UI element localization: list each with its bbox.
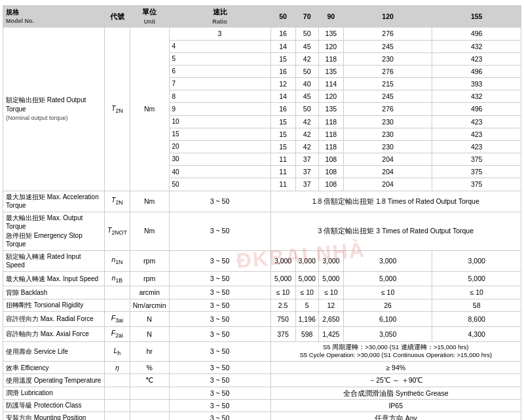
ratio-torsional: 3 ~ 50 [169, 299, 271, 311]
val-3-120: 276 [343, 28, 432, 40]
val-rad-70: 1,196 [295, 311, 318, 326]
val-rad-155: 8,600 [432, 311, 521, 326]
unit-nm3: Nm [130, 212, 169, 250]
table-row-max-output: 最大輸出扭矩 Max. Output Torque急停扭矩 Emergency … [3, 212, 521, 250]
val-tor-70: 5 [295, 299, 318, 311]
val-3-155: 496 [432, 28, 521, 40]
unit-n1: N [130, 311, 169, 326]
unit-rpm: rpm [130, 250, 169, 271]
label-lube: 潤滑 Lubrication [3, 387, 105, 399]
unit-nm: Nm [130, 28, 169, 191]
unit-nm-arcmin: Nm/arcmin [130, 299, 169, 311]
sym-lh: Lh [105, 341, 130, 362]
unit-rpm2: rpm [130, 271, 169, 286]
label-rated-input: 額定輸入轉速 Rated Input Speed [3, 250, 105, 271]
unit-pct: % [130, 362, 169, 374]
ratio-service: 3 ~ 50 [169, 341, 271, 362]
val-ax-155: 4,300 [432, 326, 521, 341]
ratio-temp: 3 ~ 50 [169, 374, 271, 387]
ratio-radial: 3 ~ 50 [169, 311, 271, 326]
label-axial: 容許軸向力 Max. Axial Force [3, 326, 105, 341]
unit-hr: hr [130, 341, 169, 362]
unit-lube [130, 387, 169, 399]
col-header-90: 90 [318, 6, 343, 28]
label-efficiency: 效率 Efficiency [3, 362, 105, 374]
ratio-prot: 3 ~ 50 [169, 399, 271, 411]
label-temp: 使用溫度 Operating Temperature [3, 374, 105, 387]
sym-backlash [105, 286, 130, 299]
val-ri-90: 3,000 [318, 250, 343, 271]
val-mi-90: 5,000 [318, 271, 343, 286]
val-tor-120: 26 [343, 299, 432, 311]
val-ax-70: 598 [295, 326, 318, 341]
unit-degc: ℃ [130, 374, 169, 387]
val-max-output: 3 倍額定輸出扭矩 3 Times of Rated Output Torque [271, 212, 521, 250]
ratio-rated-input: 3 ~ 50 [169, 250, 271, 271]
label-max-input: 最大輸入轉速 Max. Input Speed [3, 271, 105, 286]
sym-t2not: T2NOT [105, 212, 130, 250]
label-backlash: 背隙 Backlash [3, 286, 105, 299]
val-eff: ≥ 94% [271, 362, 521, 374]
unit-mount [130, 411, 169, 420]
col-header-70: 70 [295, 6, 318, 28]
val-bl-155: ≤ 10 [432, 286, 521, 299]
label-radial: 容許徑向力 Max. Radial Force [3, 311, 105, 326]
ratio-lube: 3 ~ 50 [169, 387, 271, 399]
val-mi-155: 5,000 [432, 271, 521, 286]
ratio-backlash: 3 ~ 50 [169, 286, 271, 299]
table-row-radial: 容許徑向力 Max. Radial Force F3ai N 3 ~ 50 75… [3, 311, 521, 326]
table-row-axial: 容許軸向力 Max. Axial Force F2ai N 3 ~ 50 375… [3, 326, 521, 341]
val-mi-50: 5,000 [271, 271, 295, 286]
table-row: 額定輸出扭矩 Rated Output Torque(Nominal outpu… [3, 28, 521, 40]
col-header-155: 155 [432, 6, 521, 28]
table-row-torsional: 扭轉剛性 Torsional Rigidity Nm/arcmin 3 ~ 50… [3, 299, 521, 311]
unit-prot [130, 399, 169, 411]
val-tor-90: 12 [318, 299, 343, 311]
unit-arcmin: arcmin [130, 286, 169, 299]
sym-lube [105, 387, 130, 399]
table-row-temp: 使用溫度 Operating Temperature ℃ 3 ~ 50 －25℃… [3, 374, 521, 387]
val-ri-50: 3,000 [271, 250, 295, 271]
val-temp: －25℃ ～ ＋90℃ [271, 374, 521, 387]
sym-prot [105, 399, 130, 411]
ratio-max-input: 3 ~ 50 [169, 271, 271, 286]
table-row-max-accel: 最大加速扭矩 Max. Acceleration Torque T2N Nm 3… [3, 191, 521, 212]
label-mount: 安裝方向 Mounting Position [3, 411, 105, 420]
val-bl-90: ≤ 10 [318, 286, 343, 299]
label-protection: 防護等級 Protection Class [3, 399, 105, 411]
val-ax-120: 3,050 [343, 326, 432, 341]
sym-n1b: n1B [105, 271, 130, 286]
label-torsional: 扭轉剛性 Torsional Rigidity [3, 299, 105, 311]
sym-temp [105, 374, 130, 387]
sym-radial: F3ai [105, 311, 130, 326]
val-3-90: 135 [318, 28, 343, 40]
sym-eta: η [105, 362, 130, 374]
table-row-max-input: 最大輸入轉速 Max. Input Speed n1B rpm 3 ~ 50 5… [3, 271, 521, 286]
unit-n2: N [130, 326, 169, 341]
ratio-3: 3 [169, 28, 271, 40]
val-tor-155: 58 [432, 299, 521, 311]
col-header-ratio: 速比Ratio [169, 6, 271, 28]
col-header-120: 120 [343, 6, 432, 28]
val-service: S5 周期運轉：>30,000 (S1 連續運轉：>15,000 hrs)S5 … [271, 341, 521, 362]
val-rad-120: 6,100 [343, 311, 432, 326]
val-ax-50: 375 [271, 326, 295, 341]
table-row-rated-input: 額定輸入轉速 Rated Input Speed n1N rpm 3 ~ 50 … [3, 250, 521, 271]
sym-n1n: n1N [105, 250, 130, 271]
val-bl-120: ≤ 10 [343, 286, 432, 299]
val-ax-90: 1,425 [318, 326, 343, 341]
sym-torsional [105, 299, 130, 311]
val-ri-155: 3,000 [432, 250, 521, 271]
val-mi-70: 5,000 [295, 271, 318, 286]
sym-axial: F2ai [105, 326, 130, 341]
main-specs-table: 規格Model No. 代號 單位Unit 速比Ratio 50 70 90 1… [3, 5, 521, 420]
table-row-mount: 安裝方向 Mounting Position 3 ~ 50 任意方向 Any [3, 411, 521, 420]
val-lube: 全合成潤滑油脂 Synthetic Grease [271, 387, 521, 399]
ratio-max-output: 3 ~ 50 [169, 212, 271, 250]
val-3-50: 16 [271, 28, 295, 40]
val-bl-50: ≤ 10 [271, 286, 295, 299]
col-header-50: 50 [271, 6, 295, 28]
val-mount: 任意方向 Any [271, 411, 521, 420]
unit-nm2: Nm [130, 191, 169, 212]
table-row-efficiency: 效率 Efficiency η % 3 ~ 50 ≥ 94% [3, 362, 521, 374]
